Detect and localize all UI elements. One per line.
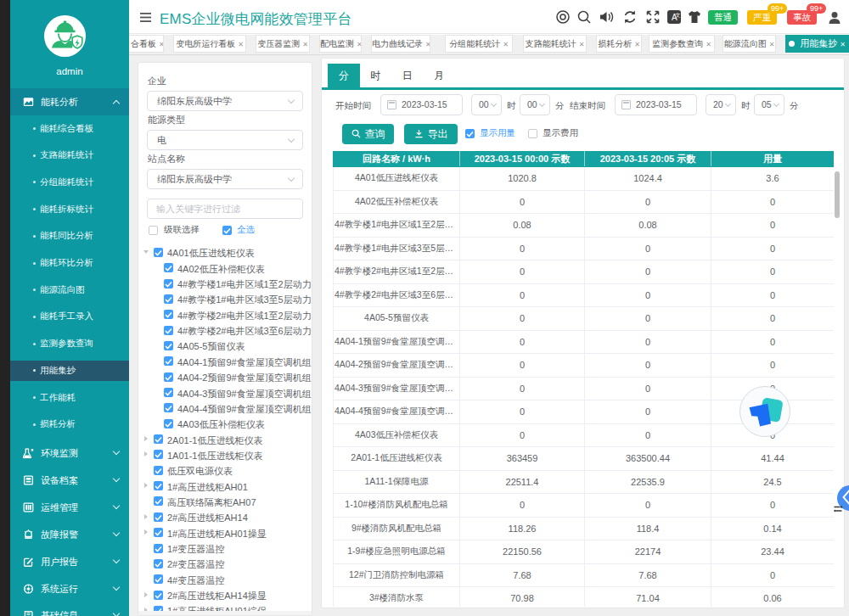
svg-text:文: 文 xyxy=(676,12,681,18)
